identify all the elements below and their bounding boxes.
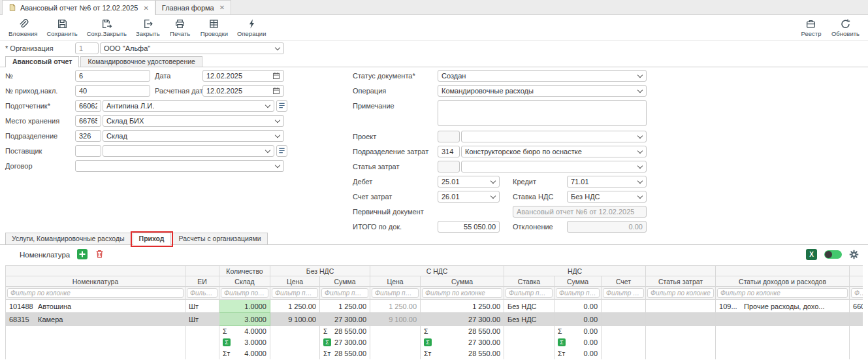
cell-clipped[interactable] — [850, 313, 863, 326]
cell-unit[interactable]: Шт — [185, 300, 219, 313]
column-header-price-gross[interactable]: Цена — [370, 276, 421, 287]
filter-input-cost-item[interactable]: Фильтр по колонке — [647, 288, 714, 298]
column-header-sum-gross[interactable]: Сумма — [421, 276, 504, 287]
cell-nomenclature[interactable]: 101488Автошина — [6, 300, 185, 313]
cell-nomenclature[interactable]: 68315Камера — [6, 313, 185, 326]
project-code-field[interactable] — [438, 131, 460, 142]
cell-price-net[interactable]: 9 100.00 — [270, 313, 320, 326]
calc-date-field[interactable]: 12.02.2025 — [202, 85, 284, 97]
status-select[interactable]: Создан — [438, 70, 647, 82]
filter-input-income-items[interactable]: Фильтр по колонке — [717, 288, 848, 298]
cell-account[interactable] — [602, 313, 646, 326]
cell-sum-gross[interactable]: 1 250.00 — [421, 300, 504, 313]
column-header-account[interactable]: Счет — [602, 276, 646, 287]
cell-vat-rate[interactable]: Без НДС — [504, 313, 555, 326]
cell-income-items[interactable]: 109...Прочие расходы, дохо... — [716, 300, 850, 313]
cell-price-gross[interactable]: 1 250.00 — [370, 300, 421, 313]
filter-input-sum-net[interactable]: Фильтр по колонке — [321, 288, 368, 298]
filter-input-price-gross[interactable]: Фильтр по колонке — [372, 288, 419, 298]
number-field[interactable]: 6 — [75, 70, 150, 82]
column-header-nomenclature[interactable]: Номенклатура — [6, 276, 185, 287]
operations-button[interactable]: Операции — [233, 18, 270, 37]
filter-input-vat-rate[interactable]: Фильтр по колонке — [506, 288, 553, 298]
credit-select[interactable]: 71.01 — [567, 176, 647, 188]
cell-warehouse-qty[interactable]: 3.0000 — [219, 313, 270, 326]
attachments-button[interactable]: Вложения — [4, 18, 42, 37]
supplier-lookup-button[interactable] — [276, 145, 287, 157]
department-select[interactable]: Склад — [103, 130, 284, 142]
filter-input-account[interactable]: Фильтр по колонке — [603, 288, 644, 298]
filter-toggle-switch[interactable] — [824, 250, 842, 259]
cost-account-select[interactable]: 26.01 — [438, 191, 500, 203]
cell-sum-net[interactable]: 27 300.00 — [320, 313, 370, 326]
accountable-code-field[interactable]: 66062 — [75, 100, 101, 112]
cost-department-select[interactable]: Конструкторское бюро по оснастке — [461, 146, 647, 157]
cell-price-net[interactable]: 1 250.00 — [270, 300, 320, 313]
cell-account[interactable] — [602, 300, 646, 313]
filter-input-unit[interactable]: Фильтр по колонке — [187, 288, 217, 298]
tab-settlements-organizations[interactable]: Расчеты с организациями — [172, 233, 268, 244]
date-field[interactable]: 12.02.2025 — [202, 70, 284, 82]
storage-code-field[interactable]: 66765 — [75, 115, 101, 127]
print-button[interactable]: Печать — [165, 18, 196, 37]
accountable-select[interactable]: Антипина Л.И. — [103, 100, 274, 112]
filter-input-nomenclature[interactable]: Фильтр по колонке — [7, 288, 184, 298]
column-header-unit[interactable]: ЕИ — [185, 276, 219, 287]
column-header-income-items[interactable]: Статьи доходов и расходов — [716, 276, 850, 287]
registry-button[interactable]: Реестр — [796, 18, 827, 37]
filter-input-price-net[interactable]: Фильтр по колонке — [272, 288, 318, 298]
column-header-vat-sum[interactable]: Сумма — [555, 276, 602, 287]
grid-row-avtoshina[interactable]: 101488Автошина Шт 1.0000 1 250.00 1 250.… — [6, 300, 863, 313]
column-header-price-net[interactable]: Цена — [270, 276, 320, 287]
supplier-select[interactable] — [103, 145, 274, 157]
column-header-vat-rate[interactable]: Ставка — [504, 276, 555, 287]
cell-cost-item[interactable] — [646, 300, 716, 313]
vat-rate-select[interactable]: Без НДС — [567, 191, 647, 203]
debit-select[interactable]: 25.01 — [438, 176, 500, 188]
cell-price-gross[interactable]: 9 100.00 — [370, 313, 421, 326]
cell-vat-sum[interactable]: 0.00 — [555, 300, 602, 313]
cost-department-code-field[interactable]: 314 — [438, 146, 460, 157]
contract-select[interactable] — [75, 160, 284, 172]
organization-select[interactable]: ООО "Альфа" — [100, 42, 284, 54]
tab-prihod[interactable]: Приход — [133, 233, 171, 245]
filter-input-warehouse[interactable]: Фильтр по колонке — [221, 288, 268, 298]
income-number-field[interactable]: 40 — [75, 85, 150, 97]
column-header-sum-net[interactable]: Сумма — [320, 276, 370, 287]
cell-vat-sum[interactable]: 0.00 — [555, 313, 602, 326]
cell-clipped[interactable]: 660 — [850, 300, 863, 313]
total-field[interactable]: 55 050.00 — [438, 221, 500, 233]
excel-export-icon[interactable]: X — [806, 249, 817, 260]
note-textarea[interactable] — [438, 100, 647, 126]
window-tab-main-form[interactable]: Главная форма ✕ — [155, 0, 231, 14]
close-button[interactable]: Закрыть — [131, 18, 165, 37]
project-select[interactable] — [461, 131, 647, 142]
cost-item-code-field[interactable] — [438, 161, 460, 172]
save-button[interactable]: Сохранить — [42, 18, 82, 37]
filter-input-sum-gross[interactable]: Фильтр по колонке — [422, 288, 502, 298]
cell-cost-item[interactable] — [646, 313, 716, 326]
calendar-icon[interactable] — [272, 72, 280, 80]
tab-advance-report[interactable]: Авансовый отчет — [5, 56, 79, 67]
filter-input-vat-sum[interactable]: Фильтр по колонке — [556, 288, 600, 298]
supplier-code-field[interactable] — [75, 145, 101, 157]
column-header-warehouse[interactable]: Склад — [219, 276, 270, 287]
cell-sum-net[interactable]: 1 250.00 — [320, 300, 370, 313]
window-tab-advance-report[interactable]: Авансовый отчет №6 от 12.02.2025 ✕ — [2, 0, 155, 15]
close-tab-icon[interactable]: ✕ — [143, 5, 148, 12]
grid-row-kamera[interactable]: 68315Камера Шт 3.0000 9 100.00 27 300.00… — [6, 313, 863, 326]
cell-unit[interactable]: Шт — [185, 313, 219, 326]
department-code-field[interactable]: 326 — [75, 130, 101, 142]
tab-services-travel-expenses[interactable]: Услуги, Командировочные расходы — [5, 233, 131, 244]
add-row-button[interactable] — [77, 249, 88, 261]
settings-gear-icon[interactable] — [849, 250, 859, 259]
calendar-icon[interactable] — [272, 87, 280, 95]
cell-vat-rate[interactable]: Без НДС — [504, 300, 555, 313]
tab-travel-certificate[interactable]: Командировочное удостоверение — [80, 56, 202, 67]
cell-sum-gross[interactable]: 27 300.00 — [421, 313, 504, 326]
postings-button[interactable]: Проводки — [196, 18, 233, 37]
column-header-cost-item[interactable]: Статья затрат — [646, 276, 716, 287]
organization-code-field[interactable]: 1 — [75, 42, 99, 54]
save-close-button[interactable]: Сохр.Закрыть — [82, 18, 131, 37]
storage-select[interactable]: Склад БИХ — [103, 115, 284, 127]
